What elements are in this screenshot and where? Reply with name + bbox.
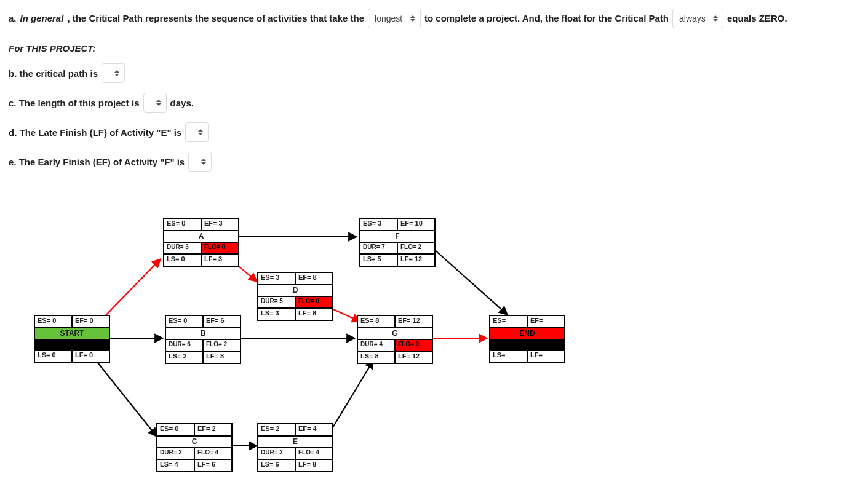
b-ef: EF= 6 bbox=[204, 316, 240, 327]
question-c: c. The length of this project is days. bbox=[9, 93, 859, 113]
a-name: A bbox=[164, 230, 238, 243]
select-ef-f[interactable] bbox=[188, 152, 212, 172]
node-a: ES= 0EF= 3 A DUR= 3FLO= 0 LS= 0LF= 3 bbox=[163, 218, 239, 267]
f-ls: LS= 5 bbox=[360, 255, 398, 266]
a-ls: LS= 0 bbox=[164, 255, 202, 266]
e-flo: FLO= 4 bbox=[296, 448, 332, 459]
select-always[interactable]: always bbox=[672, 9, 723, 28]
select-lf-e[interactable] bbox=[185, 122, 209, 142]
node-c: ES= 0EF= 2 C DUR= 2FLO= 4 LS= 4LF= 6 bbox=[156, 423, 233, 472]
select-project-length[interactable] bbox=[143, 93, 167, 113]
qa-lead: In general bbox=[20, 9, 64, 28]
qa-text-2: to complete a project. And, the float fo… bbox=[424, 9, 669, 28]
c-name: C bbox=[157, 435, 231, 448]
c-ef: EF= 2 bbox=[195, 424, 231, 435]
node-g: ES= 8EF= 12 G DUR= 4FLO= 0 LS= 8LF= 12 bbox=[357, 315, 433, 364]
node-b: ES= 0EF= 6 B DUR= 6FLO= 2 LS= 2LF= 8 bbox=[165, 315, 241, 364]
question-e: e. The Early Finish (EF) of Activity "F"… bbox=[9, 152, 859, 172]
node-start: ES= 0EF= 0 START LS= 0LF= 0 bbox=[34, 315, 110, 363]
question-a: a. In general , the Critical Path repres… bbox=[9, 9, 859, 28]
select-always-wrap: always bbox=[672, 9, 723, 28]
qc-pre: c. The length of this project is bbox=[9, 98, 140, 108]
c-dur: DUR= 2 bbox=[157, 448, 195, 459]
edge-d-g bbox=[329, 307, 360, 322]
c-flo: FLO= 4 bbox=[195, 448, 231, 459]
qa-prefix: a. bbox=[9, 9, 17, 28]
e-es: ES= 2 bbox=[258, 424, 296, 435]
d-lf: LF= 8 bbox=[296, 309, 332, 320]
e-name: E bbox=[258, 435, 332, 448]
d-flo: FLO= 0 bbox=[296, 297, 332, 307]
a-ef: EF= 3 bbox=[202, 219, 238, 230]
a-es: ES= 0 bbox=[164, 219, 202, 230]
end-lf: LF= bbox=[528, 351, 564, 362]
start-lf: LF= 0 bbox=[73, 351, 109, 362]
f-dur: DUR= 7 bbox=[360, 243, 398, 253]
e-ef: EF= 4 bbox=[296, 424, 332, 435]
g-dur: DUR= 4 bbox=[358, 340, 396, 351]
d-ef: EF= 8 bbox=[296, 273, 332, 284]
g-es: ES= 8 bbox=[358, 316, 396, 327]
edge-f-end bbox=[434, 249, 508, 315]
e-lf: LF= 8 bbox=[296, 460, 332, 471]
edge-start-a bbox=[98, 259, 161, 323]
qd-text: d. The Late Finish (LF) of Activity "E" … bbox=[9, 127, 181, 138]
d-ls: LS= 3 bbox=[258, 309, 296, 320]
select-d-wrap bbox=[185, 122, 209, 142]
b-es: ES= 0 bbox=[166, 316, 204, 327]
f-es: ES= 3 bbox=[360, 219, 398, 230]
section-header: For THIS PROJECT: bbox=[9, 43, 859, 53]
node-end: ES=EF= END LS=LF= bbox=[489, 315, 565, 363]
e-ls: LS= 6 bbox=[258, 460, 296, 471]
end-es: ES= bbox=[490, 316, 528, 327]
a-lf: LF= 3 bbox=[202, 255, 238, 266]
select-longest-wrap: longest bbox=[368, 9, 421, 28]
qe-text: e. The Early Finish (EF) of Activity "F"… bbox=[9, 157, 185, 167]
node-e: ES= 2EF= 4 E DUR= 2FLO= 4 LS= 6LF= 8 bbox=[257, 423, 333, 472]
question-b: b. the critical path is bbox=[9, 63, 859, 83]
select-critical-path[interactable] bbox=[102, 63, 125, 83]
end-ls: LS= bbox=[490, 351, 528, 362]
c-lf: LF= 6 bbox=[195, 460, 231, 471]
qb-text: b. the critical path is bbox=[9, 68, 98, 79]
select-longest[interactable]: longest bbox=[368, 9, 421, 28]
a-flo: FLO= 0 bbox=[202, 243, 238, 253]
g-lf: LF= 12 bbox=[396, 352, 432, 363]
network-diagram: ES= 0EF= 0 START LS= 0LF= 0 ES= 0EF= 3 A… bbox=[25, 215, 591, 486]
b-ls: LS= 2 bbox=[166, 352, 204, 363]
edge-e-g bbox=[329, 360, 373, 434]
e-dur: DUR= 2 bbox=[258, 448, 296, 459]
select-e-wrap bbox=[188, 152, 212, 172]
start-ef: EF= 0 bbox=[73, 316, 109, 327]
d-es: ES= 3 bbox=[258, 273, 296, 284]
qa-tail: equals ZERO. bbox=[727, 9, 787, 28]
select-c-wrap bbox=[143, 93, 167, 113]
qa-text-1: , the Critical Path represents the seque… bbox=[67, 9, 364, 28]
edge-start-c bbox=[95, 360, 157, 437]
start-ls: LS= 0 bbox=[35, 351, 73, 362]
end-name: END bbox=[490, 327, 564, 340]
qc-post: days. bbox=[170, 98, 194, 108]
b-dur: DUR= 6 bbox=[166, 340, 204, 351]
d-dur: DUR= 5 bbox=[258, 297, 296, 307]
f-name: F bbox=[360, 230, 434, 243]
a-dur: DUR= 3 bbox=[164, 243, 202, 253]
node-d: ES= 3EF= 8 D DUR= 5FLO= 0 LS= 3LF= 8 bbox=[257, 272, 333, 321]
question-d: d. The Late Finish (LF) of Activity "E" … bbox=[9, 122, 859, 142]
select-b-wrap bbox=[102, 63, 125, 83]
g-name: G bbox=[358, 327, 432, 340]
g-ef: EF= 12 bbox=[396, 316, 432, 327]
end-ef: EF= bbox=[528, 316, 564, 327]
start-es: ES= 0 bbox=[35, 316, 73, 327]
f-lf: LF= 12 bbox=[398, 255, 434, 266]
b-flo: FLO= 2 bbox=[204, 340, 240, 351]
g-flo: FLO= 0 bbox=[396, 340, 432, 351]
f-ef: EF= 10 bbox=[398, 219, 434, 230]
f-flo: FLO= 2 bbox=[398, 243, 434, 253]
node-f: ES= 3EF= 10 F DUR= 7FLO= 2 LS= 5LF= 12 bbox=[359, 218, 436, 267]
start-name: START bbox=[35, 327, 109, 340]
b-name: B bbox=[166, 327, 240, 340]
c-es: ES= 0 bbox=[157, 424, 195, 435]
d-name: D bbox=[258, 284, 332, 297]
c-ls: LS= 4 bbox=[157, 460, 195, 471]
